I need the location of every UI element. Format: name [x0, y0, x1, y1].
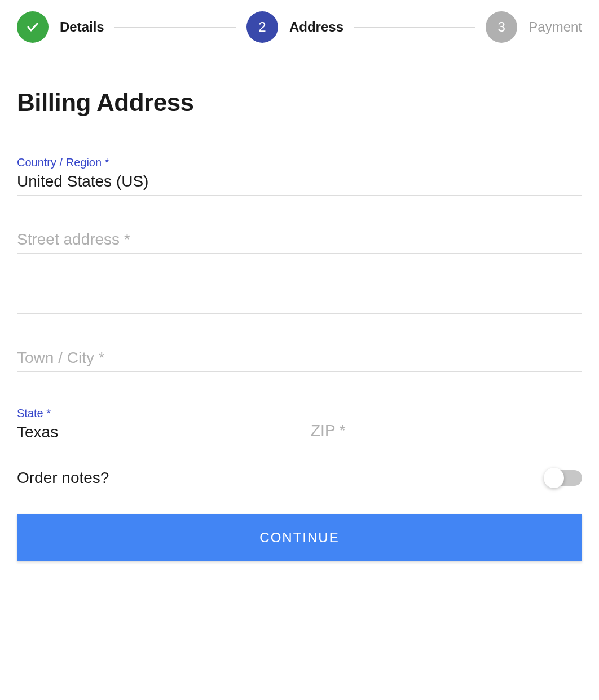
- country-value: United States (US): [17, 172, 582, 190]
- state-label: State *: [17, 407, 288, 420]
- page-title: Billing Address: [17, 88, 582, 117]
- toggle-thumb: [544, 468, 564, 488]
- step-connector: [114, 27, 236, 28]
- city-input[interactable]: [17, 349, 582, 367]
- step-connector: [354, 27, 475, 28]
- form-content: Billing Address Country / Region * Unite…: [0, 60, 599, 578]
- country-label: Country / Region *: [17, 156, 582, 169]
- step-address-circle: 2: [246, 11, 278, 43]
- step-address-label: Address: [289, 19, 343, 35]
- continue-button[interactable]: CONTINUE: [17, 514, 582, 561]
- step-address[interactable]: 2 Address: [246, 11, 343, 43]
- step-details-label: Details: [60, 19, 104, 35]
- step-payment-circle: 3: [486, 11, 517, 43]
- order-notes-label: Order notes?: [17, 469, 109, 487]
- city-field[interactable]: [17, 349, 582, 372]
- street-input[interactable]: [17, 231, 582, 249]
- order-notes-toggle[interactable]: [545, 470, 582, 486]
- zip-input[interactable]: [311, 422, 582, 440]
- state-field[interactable]: State * Texas: [17, 407, 288, 446]
- step-address-number: 2: [258, 19, 266, 35]
- zip-field[interactable]: [311, 407, 582, 446]
- street-field[interactable]: [17, 231, 582, 254]
- street2-field[interactable]: [17, 289, 582, 314]
- step-payment[interactable]: 3 Payment: [486, 11, 582, 43]
- country-field[interactable]: Country / Region * United States (US): [17, 156, 582, 196]
- step-payment-number: 3: [498, 19, 505, 35]
- checkout-stepper: Details 2 Address 3 Payment: [0, 0, 599, 60]
- step-details-circle: [17, 11, 49, 43]
- checkmark-icon: [26, 20, 39, 34]
- step-payment-label: Payment: [528, 19, 582, 35]
- state-value: Texas: [17, 423, 288, 441]
- order-notes-row: Order notes?: [17, 469, 582, 487]
- step-details[interactable]: Details: [17, 11, 104, 43]
- state-zip-row: State * Texas: [17, 407, 582, 446]
- street2-input[interactable]: [17, 289, 582, 309]
